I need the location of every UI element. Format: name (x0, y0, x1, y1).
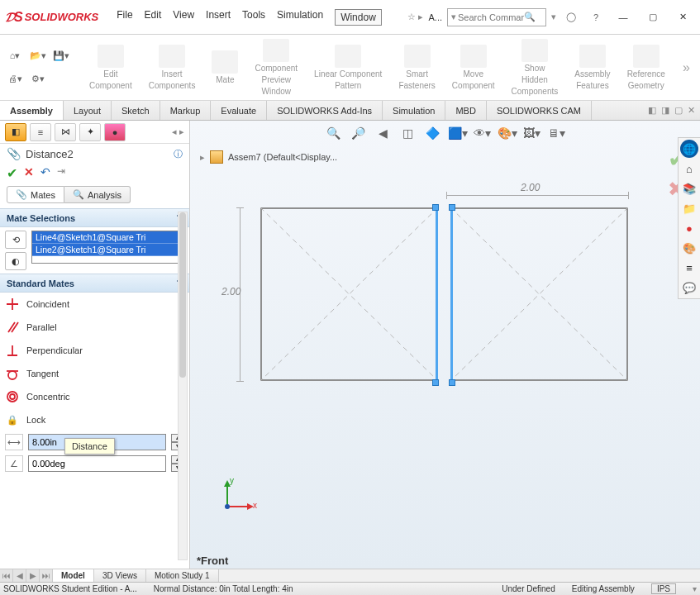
selection-item-2[interactable]: Line2@Sketch1@Square Tri (32, 244, 183, 256)
tab-mbd[interactable]: MBD (445, 101, 486, 120)
status-units[interactable]: IPS (651, 583, 676, 594)
settings-icon[interactable]: ⚙▾ (28, 69, 48, 89)
property-scrollbar[interactable] (178, 212, 188, 560)
assembly-name[interactable]: Assem7 (Default<Display... (228, 152, 337, 162)
feature-manager-tab[interactable]: ◧ (5, 123, 26, 141)
scrollbar-thumb[interactable] (179, 212, 186, 378)
bottom-tab-model[interactable]: Model (53, 569, 94, 582)
status-chev-icon[interactable]: ▾ (693, 584, 697, 593)
property-manager-tab[interactable]: ≡ (30, 123, 51, 141)
ribbon-linear-pattern[interactable]: Linear ComponentPattern (307, 45, 388, 91)
tab-layout[interactable]: Layout (64, 101, 112, 120)
handle-br[interactable] (449, 379, 455, 386)
angle-input[interactable] (28, 455, 166, 472)
file-explorer-icon[interactable]: 📚 (680, 179, 698, 198)
manager-tabs-nav[interactable]: ◂ ▸ (172, 126, 184, 137)
tab-evaluate[interactable]: Evaluate (211, 101, 267, 120)
display-manager-tab[interactable]: ● (104, 123, 126, 141)
print-icon[interactable]: 🖨▾ (5, 69, 25, 89)
config-manager-tab[interactable]: ⋈ (55, 123, 76, 141)
panel-close-icon[interactable]: ✕ (688, 105, 695, 116)
menu-tools[interactable]: Tools (242, 9, 265, 26)
properties-icon[interactable]: ≡ (680, 259, 698, 277)
apply-scene-icon[interactable]: 🖼▾ (522, 124, 542, 142)
angle-icon[interactable]: ∠ (5, 455, 23, 472)
hide-show-icon[interactable]: 👁▾ (473, 124, 493, 142)
mate-tangent[interactable]: Tangent (0, 362, 189, 385)
mate-selections-header[interactable]: Mate Selections ⌃ (0, 208, 189, 227)
user-icon[interactable]: ◯ (561, 7, 581, 27)
help-icon[interactable]: ? (586, 7, 606, 27)
sub-tab-mates[interactable]: 📎Mates (7, 186, 64, 203)
maximize-button[interactable]: ▢ (640, 7, 665, 27)
graphics-viewport[interactable]: 🔍 🔎 ◀ ◫ 🔷 🟦▾ 👁▾ 🎨▾ 🖼▾ 🖥▾ ▸ Assem7 (Defau… (190, 121, 700, 569)
selection-filter-2[interactable]: ◐ (5, 252, 26, 270)
tab-nav-first[interactable]: ⏮ (0, 569, 13, 582)
ribbon-assembly-features[interactable]: AssemblyFeatures (568, 45, 617, 91)
section-view-icon[interactable]: ◫ (398, 124, 418, 142)
distance-icon[interactable]: ⟷ (5, 434, 23, 450)
menu-insert[interactable]: Insert (206, 9, 231, 26)
selection-filter-1[interactable]: ⟲ (5, 231, 26, 249)
menu-edit[interactable]: Edit (145, 9, 162, 26)
dim-vertical[interactable]: 2.00 (221, 286, 240, 298)
tab-assembly[interactable]: Assembly (0, 101, 64, 120)
panel-right-icon[interactable]: ◨ (661, 105, 669, 116)
dropdown-icon[interactable]: ▾ (551, 12, 556, 22)
cancel-button[interactable]: ✕ (24, 165, 34, 181)
orientation-triad[interactable]: y x (215, 478, 256, 519)
tab-nav-next[interactable]: ▶ (26, 569, 40, 582)
panel-left-icon[interactable]: ◧ (648, 105, 656, 116)
mate-coincident[interactable]: Coincident (0, 293, 189, 316)
ribbon-show-hidden[interactable]: ShowHiddenComponents (505, 39, 565, 97)
handle-tr[interactable] (449, 204, 455, 211)
design-library-icon[interactable]: ⌂ (680, 159, 698, 178)
distance-input[interactable] (28, 434, 166, 450)
dim-horizontal[interactable]: 2.00 (521, 182, 540, 193)
handle-tl[interactable] (432, 204, 439, 211)
zoom-fit-icon[interactable]: 🔍 (324, 124, 344, 142)
search-icon[interactable]: 🔍 (524, 12, 536, 22)
undo-button[interactable]: ↶ (40, 165, 50, 181)
tab-nav-last[interactable]: ⏭ (40, 569, 53, 582)
view-orient-icon[interactable]: 🔷 (423, 124, 443, 142)
ribbon-move-component[interactable]: MoveComponent (445, 45, 502, 91)
tab-cam[interactable]: SOLIDWORKS CAM (487, 101, 592, 120)
selection-item-1[interactable]: Line4@Sketch1@Square Tri (32, 231, 183, 244)
expand-tree-icon[interactable]: ▸ (200, 152, 205, 163)
ribbon-component-preview[interactable]: ComponentPreviewWindow (248, 39, 304, 97)
bottom-tab-3dviews[interactable]: 3D Views (94, 569, 146, 582)
ribbon-reference-geometry[interactable]: ReferenceGeometry (621, 45, 672, 91)
open-icon[interactable]: 📂▾ (28, 46, 48, 66)
zoom-area-icon[interactable]: 🔎 (349, 124, 369, 142)
tab-simulation[interactable]: Simulation (383, 101, 445, 120)
ribbon-edit-component[interactable]: EditComponent (83, 45, 139, 91)
sw-resources-icon[interactable]: 🌐 (680, 140, 698, 158)
tab-addins[interactable]: SOLIDWORKS Add-Ins (267, 101, 383, 120)
close-button[interactable]: ✕ (670, 7, 695, 27)
appearances-icon[interactable]: ● (680, 219, 698, 237)
menu-simulation[interactable]: Simulation (277, 9, 323, 26)
edit-appearance-icon[interactable]: 🎨▾ (498, 124, 517, 142)
tab-markup[interactable]: Markup (160, 101, 212, 120)
selection-list[interactable]: Line4@Sketch1@Square Tri Line2@Sketch1@S… (31, 231, 184, 264)
sub-tab-analysis[interactable]: 🔍Analysis (64, 186, 131, 203)
minimize-button[interactable]: — (611, 7, 636, 27)
selected-line-2[interactable] (450, 206, 453, 383)
mate-perpendicular[interactable]: Perpendicular (0, 339, 189, 362)
ok-button[interactable]: ✔ (7, 165, 17, 181)
bottom-tab-motion[interactable]: Motion Study 1 (146, 569, 219, 582)
dimxpert-tab[interactable]: ✦ (79, 123, 101, 141)
search-input[interactable] (458, 12, 524, 22)
panel-maximize-icon[interactable]: ▢ (674, 105, 683, 116)
feature-tree-flyout[interactable]: ▸ Assem7 (Default<Display... (200, 150, 337, 164)
standard-mates-header[interactable]: Standard Mates ⌃ (0, 274, 189, 293)
prev-view-icon[interactable]: ◀ (374, 124, 393, 142)
star-icon[interactable]: ☆ ▸ (407, 12, 423, 22)
ribbon-smart-fasteners[interactable]: SmartFasteners (392, 45, 441, 91)
display-style-icon[interactable]: 🟦▾ (448, 124, 468, 142)
pin-button[interactable]: ⇥ (57, 165, 65, 181)
menu-window[interactable]: Window (335, 9, 382, 26)
tab-nav-prev[interactable]: ◀ (13, 569, 26, 582)
view-palette-icon[interactable]: 📁 (680, 199, 698, 217)
